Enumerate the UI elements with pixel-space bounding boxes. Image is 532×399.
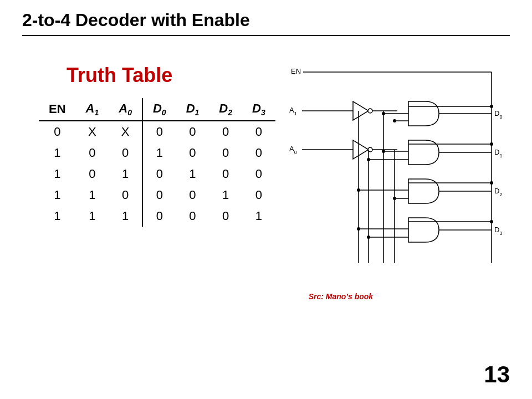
cell-r2-c5: 0 [209,163,242,185]
cell-r2-c4: 1 [176,163,209,185]
cell-r4-c0: 1 [39,206,76,227]
cell-r3-c0: 1 [39,185,76,206]
cell-r1-c0: 1 [39,142,76,163]
cell-r4-c4: 0 [176,206,209,227]
en-label: EN [291,67,301,75]
truth-table-title: Truth Table [66,64,275,87]
cell-r4-c5: 0 [209,206,242,227]
cell-r2-c6: 0 [242,163,275,185]
table-row: 0XX0000 [39,121,275,142]
svg-marker-5 [353,140,369,159]
cell-r0-c2: X [109,121,142,142]
svg-point-17 [382,112,385,115]
cell-r2-c2: 1 [109,163,142,185]
main-content: Truth Table EN A1 A0 D0 D1 D2 D3 0XX0000… [0,42,532,301]
a0-label: A0 [289,145,297,155]
truth-table: EN A1 A0 D0 D1 D2 D3 0XX0000100100010101… [39,98,275,227]
svg-point-37 [367,236,370,239]
cell-r2-c3: 0 [142,163,176,185]
col-header-d3: D3 [242,98,275,121]
col-header-a1: A1 [76,98,109,121]
svg-point-35 [357,227,360,231]
cell-r4-c2: 1 [109,206,142,227]
col-header-d1: D1 [176,98,209,121]
col-header-en: EN [39,98,76,121]
svg-point-29 [357,188,360,192]
col-header-d2: D2 [209,98,242,121]
circuit-diagram: EN A1 A0 [287,53,525,285]
cell-r3-c6: 0 [242,185,275,206]
svg-point-19 [393,119,396,122]
svg-point-15 [490,105,493,108]
col-header-d0: D0 [142,98,176,121]
svg-point-25 [367,158,370,161]
left-panel: Truth Table EN A1 A0 D0 D1 D2 D3 0XX0000… [33,47,275,301]
cell-r0-c5: 0 [209,121,242,142]
cell-r4-c3: 0 [142,206,176,227]
svg-point-27 [490,181,493,185]
page-title: 2-to-4 Decoder with Enable [22,10,510,30]
svg-point-33 [490,220,493,223]
source-label: Src: Mano’s book [309,292,525,301]
cell-r4-c6: 1 [242,206,275,227]
cell-r1-c6: 0 [242,142,275,163]
cell-r0-c4: 0 [176,121,209,142]
cell-r1-c1: 0 [76,142,109,163]
cell-r0-c6: 0 [242,121,275,142]
table-row: 1100010 [39,185,275,206]
svg-point-31 [393,197,396,200]
d3-output-label: D3 [494,226,502,236]
d0-output-label: D0 [494,109,502,120]
cell-r1-c4: 0 [176,142,209,163]
table-row: 1010100 [39,163,275,185]
right-panel: EN A1 A0 [287,53,525,301]
table-row: 1110001 [39,206,275,227]
and-gate-d0 [408,101,439,126]
svg-point-21 [490,142,493,146]
cell-r4-c1: 1 [76,206,109,227]
header-divider [22,35,510,36]
cell-r2-c0: 1 [39,163,76,185]
cell-r3-c4: 0 [176,185,209,206]
page-number: 13 [484,361,510,388]
cell-r1-c2: 0 [109,142,142,163]
d2-output-label: D2 [494,187,502,197]
cell-r3-c1: 1 [76,185,109,206]
cell-r1-c5: 0 [209,142,242,163]
header: 2-to-4 Decoder with Enable [0,0,532,42]
cell-r0-c1: X [76,121,109,142]
cell-r2-c1: 0 [76,163,109,185]
cell-r0-c3: 0 [142,121,176,142]
cell-r3-c3: 0 [142,185,176,206]
svg-point-4 [368,109,372,113]
a1-label: A1 [289,106,297,116]
d1-output-label: D1 [494,148,502,158]
cell-r0-c0: 0 [39,121,76,142]
svg-point-23 [382,150,385,153]
table-row: 1001000 [39,142,275,163]
cell-r1-c3: 1 [142,142,176,163]
cell-r3-c5: 1 [209,185,242,206]
svg-marker-3 [353,101,369,120]
cell-r3-c2: 0 [109,185,142,206]
col-header-a0: A0 [109,98,142,121]
